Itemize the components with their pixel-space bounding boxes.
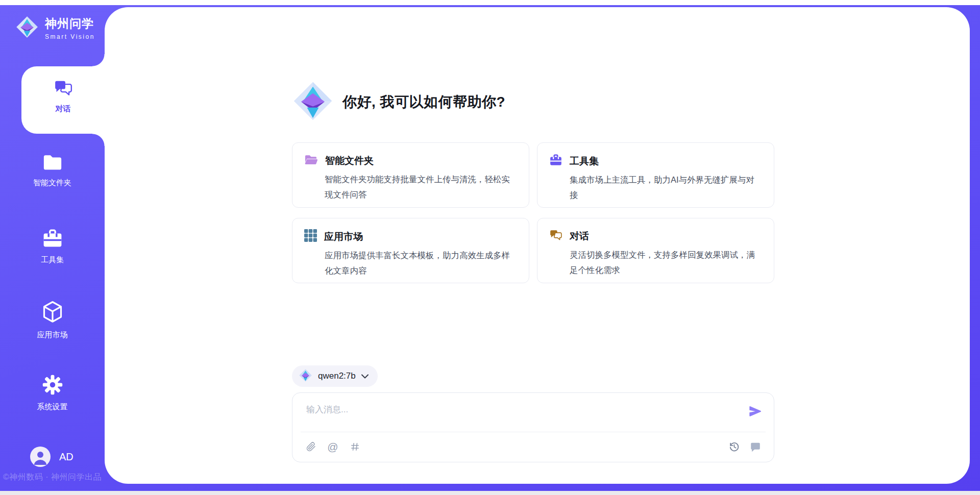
user-account[interactable]: AD [30,447,74,467]
sidebar: 神州问学 Smart Vision 对话 [0,5,105,491]
mention-button[interactable]: @ [327,440,339,453]
sidebar-item-settings[interactable]: 系统设置 [0,374,105,410]
avatar [30,447,51,467]
sidebar-item-label: 应用市场 [37,331,68,338]
sidebar-item-app-market[interactable]: 应用市场 [0,300,105,338]
folder-open-icon [304,154,318,168]
copyright: ©神州数码 · 神州问学出品 [0,472,105,483]
brand-text: 神州问学 Smart Vision [45,16,95,40]
send-button[interactable] [748,404,763,418]
card-description: 智能文件夹功能支持批量文件上传与清洗，轻松实现文件问答 [325,171,517,202]
feature-cards: 智能文件夹 智能文件夹功能支持批量文件上传与清洗，轻松实现文件问答 [292,142,774,283]
message-composer: @ [292,392,774,462]
toolbox-icon [42,228,63,250]
sidebar-item-smart-folder[interactable]: 智能文件夹 [0,153,105,186]
greeting-gem-icon [292,80,334,124]
sidebar-item-label: 工具集 [41,256,64,263]
grid-icon [304,229,317,244]
model-gem-icon [299,368,312,384]
hash-button[interactable] [349,440,361,453]
app-frame: 神州问学 Smart Vision 对话 [0,5,980,491]
model-selector[interactable]: qwen2:7b [292,365,378,387]
sidebar-item-label: 对话 [56,104,71,114]
card-title: 应用市场 [324,230,363,243]
card-app-market[interactable]: 应用市场 应用市场提供丰富长文本模板，助力高效生成多样化文章内容 [292,218,529,283]
sidebar-item-chat[interactable]: 对话 [21,66,105,134]
paperclip-icon [306,442,316,452]
card-smart-folder[interactable]: 智能文件夹 智能文件夹功能支持批量文件上传与清洗，轻松实现文件问答 [292,142,529,208]
card-title: 工具集 [570,155,599,168]
chat-bubbles-icon [53,79,74,100]
history-button[interactable] [728,440,740,453]
card-description: 应用市场提供丰富长文本模板，助力高效生成多样化文章内容 [325,247,517,278]
user-initials: AD [59,451,74,463]
paper-plane-icon [748,404,763,418]
brand-gem-icon [15,15,39,41]
hash-icon [350,442,360,452]
composer-footer: @ [292,431,774,462]
gear-icon [42,374,63,397]
model-name: qwen2:7b [318,371,356,381]
history-icon [728,441,740,452]
chat-history-button[interactable] [749,440,762,453]
card-title: 对话 [570,230,589,243]
brand-name: 神州问学 [45,16,95,32]
folder-icon [42,153,63,173]
main-panel: 你好, 我可以如何帮助你? 智能文件夹 [105,7,970,484]
message-input[interactable] [306,404,725,427]
card-title: 智能文件夹 [325,154,374,167]
sidebar-item-label: 智能文件夹 [33,179,71,186]
greeting-text: 你好, 我可以如何帮助你? [342,92,505,112]
sidebar-item-label: 系统设置 [37,403,68,410]
at-icon: @ [327,441,338,452]
brand-subtitle: Smart Vision [45,33,95,40]
card-description: 集成市场上主流工具，助力AI与外界无缝扩展与对接 [570,172,762,203]
greeting: 你好, 我可以如何帮助你? [292,82,774,122]
card-chat[interactable]: 对话 灵活切换多模型文件，支持多样回复效果调试，满足个性化需求 [537,218,774,283]
card-toolbox[interactable]: 工具集 集成市场上主流工具，助力AI与外界无缝扩展与对接 [537,142,774,208]
chevron-down-icon [361,372,369,381]
bottom-strip [0,491,980,495]
cube-icon [41,300,64,325]
card-description: 灵活切换多模型文件，支持多样回复效果调试，满足个性化需求 [570,247,762,278]
page: 神州问学 Smart Vision 对话 [0,0,980,495]
sidebar-item-toolbox[interactable]: 工具集 [0,228,105,263]
brand: 神州问学 Smart Vision [15,15,95,41]
attach-file-button[interactable] [305,440,317,453]
chat-bubbles-icon [549,229,562,243]
chat-bubble-solid-icon [750,441,761,452]
toolbox-icon [549,154,562,168]
